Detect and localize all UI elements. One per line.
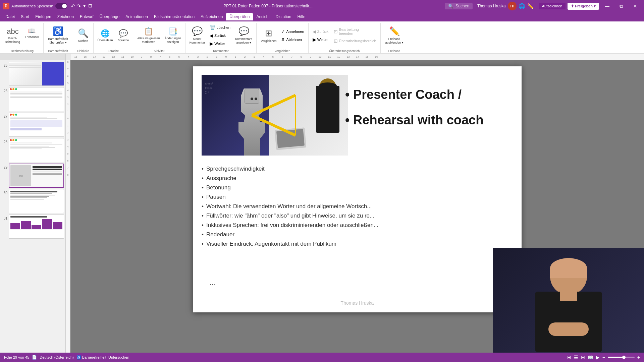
zoom-slider[interactable] [608, 357, 635, 358]
user-avatar[interactable]: TH [508, 2, 517, 10]
globe-icon[interactable]: 🌐 [519, 3, 525, 9]
svg-line-1 [252, 115, 296, 135]
menu-start[interactable]: Start [18, 13, 32, 20]
menu-zeichnen[interactable]: Zeichnen [55, 13, 76, 20]
slide-thumb-25[interactable]: 25 [1, 62, 64, 86]
ribbon-allesgelesen-btn[interactable]: 📋 Alles als gelesenmarkieren [135, 26, 162, 45]
slide-bullet-item-4: • Wortwahl: Die verwendeten Wörter und d… [202, 203, 513, 210]
menu-bildschirm[interactable]: Bildschirmpräsentation [151, 13, 197, 20]
ribbon-neuerkommentar-btn[interactable]: 💬 NeuerKommentar [187, 25, 207, 46]
new-comment-icon: 💬 [192, 26, 203, 37]
ribbon-barrierefreiheit-btn[interactable]: ♿ Barrierefreiheitüberprüfen ▾ [46, 25, 71, 46]
ribbon-rechtschreibung-btn[interactable]: abc Recht-schreibung [3, 26, 22, 45]
group-label-sprache: Sprache [108, 49, 119, 53]
ribbon-kommantareanzeigen-btn[interactable]: 💬 Kommentareanzeigen ▾ [233, 25, 255, 46]
restore-button[interactable]: ⧉ [615, 0, 627, 12]
menu-hilfe[interactable]: Hilfe [294, 13, 308, 20]
slide-thumb-26[interactable]: 26 [1, 87, 64, 111]
notes-icon[interactable]: 📄 [32, 355, 37, 360]
menu-bar: Datei Start Einfügen Zeichnen Entwurf Üb… [0, 12, 644, 21]
ribbon-ueberarbeitungsbereich-btn[interactable]: ⊡ Überarbeitungsbereich [332, 37, 378, 45]
bullet-dot-5: • [202, 213, 204, 219]
slide-thumb-28[interactable]: 28 [1, 138, 64, 162]
undo-button[interactable]: ↶ [71, 3, 75, 9]
slideshow-btn[interactable]: ▶ [596, 355, 600, 360]
spell-check-icon: abc [7, 27, 18, 36]
barrier-icon: ♿ [53, 26, 63, 37]
slide-thumb-30[interactable]: 30 [1, 189, 64, 213]
reading-view-btn[interactable]: 📖 [588, 355, 593, 360]
slide-image: E=mc²∫f(x)dx∑n² [202, 75, 348, 156]
slide-ellipsis: ... [210, 278, 216, 287]
more-button[interactable]: ▼ [82, 3, 87, 9]
search-icon: 🔍 [448, 4, 453, 9]
ribbon-weiter-btn[interactable]: ▶ Weiter [208, 40, 232, 47]
changes-icon: 📑 [168, 27, 177, 36]
language-label: Deutsch (Österreich) [40, 355, 73, 359]
minimize-button[interactable]: — [601, 0, 613, 12]
slide-bullet-item-2: • Betonung [202, 184, 513, 191]
pen-icon[interactable]: ✏️ [527, 3, 534, 9]
ribbon-bearbeitung-btn[interactable]: ⊡ Bearbeitungbeenden [332, 26, 378, 37]
ribbon-aenderungen-btn[interactable]: 📑 Änderungenanzeigen [163, 26, 183, 45]
app-logo: P [3, 3, 9, 9]
review-panel-icon: ⊡ [334, 38, 338, 44]
thesaurus-icon: 📖 [28, 27, 36, 35]
slide-bullet-item-8: • Visueller Eindruck: Augenkontakt mit d… [202, 241, 513, 247]
ribbon: abc Recht-schreibung 📖 Thesaurus Rechtsc… [0, 21, 644, 54]
menu-animationen[interactable]: Animationen [123, 13, 151, 20]
slide-thumb-31[interactable]: 31 [1, 215, 64, 239]
outline-view-btn[interactable]: ☰ [574, 355, 578, 360]
customize-button[interactable]: ⊡ [88, 3, 92, 9]
ribbon-freihand-btn[interactable]: ✏️ Freihandausblenden ▾ [383, 25, 406, 46]
ribbon-loeschen-btn[interactable]: 🗑️ Löschen [208, 24, 232, 31]
bullet-dot-2: • [202, 184, 204, 191]
normal-view-btn[interactable]: ⊞ [567, 355, 571, 360]
search-area[interactable]: 🔍 Suchen [445, 3, 473, 9]
ribbon-thesaurus-btn[interactable]: 📖 Thesaurus [23, 26, 41, 45]
auto-save-toggle[interactable] [55, 3, 67, 9]
slide-thumb-27[interactable]: 27 [1, 113, 64, 137]
record-button[interactable]: Aufzeichnen [539, 3, 566, 9]
menu-entwurf[interactable]: Entwurf [77, 13, 96, 20]
ribbon-uebersetzen-btn[interactable]: 🌐 Übersetzen [96, 28, 115, 43]
group-label-ueberarbeitungsbereich: Überarbeitungsbereich [329, 49, 360, 53]
slide-heading-2: • Rehearsal with coach [345, 112, 513, 128]
video-overlay [493, 248, 644, 353]
ribbon-sprache-btn[interactable]: 💬 Sprache [116, 28, 131, 43]
slide-num-28: 28 [1, 138, 7, 144]
slide-bullets: • Sprechgeschwindigkeit • Aussprache • B… [202, 166, 513, 250]
zoom-in-btn[interactable]: + [637, 355, 640, 360]
status-bar: Folie 29 von 45 📄 Deutsch (Österreich) ♿… [0, 353, 644, 362]
menu-dictation[interactable]: Dictation [273, 13, 294, 20]
redo-button[interactable]: ↷ [76, 3, 81, 9]
accessibility-label[interactable]: ♿ Barrierefreiheit: Untersuchen [76, 355, 129, 360]
ribbon-weiter2-btn[interactable]: ▶ Weiter [311, 36, 331, 43]
slide-thumb-29[interactable]: 29 img [1, 164, 64, 188]
menu-ueberprufen[interactable]: Überprüfen [226, 13, 253, 20]
ribbon-vergleichen-btn[interactable]: ⊞ Vergleichen [259, 27, 278, 44]
ribbon-zurueck2-btn[interactable]: ◀ Zurück [311, 28, 331, 35]
zoom-out-btn[interactable]: − [602, 355, 605, 360]
search-ribbon-icon: 🔍 [78, 28, 89, 39]
menu-datei[interactable]: Datei [3, 13, 17, 20]
search-placeholder: Suchen [455, 4, 469, 8]
title-filename: PPT 01 Roter Faden 007 - Präsentationste… [94, 4, 443, 8]
translate-icon: 🌐 [101, 29, 110, 38]
ribbon-group-rechtschreibung: abc Recht-schreibung 📖 Thesaurus Rechtsc… [1, 23, 44, 53]
menu-ansicht[interactable]: Ansicht [254, 13, 272, 20]
group-label-vergleichen: Vergleichen [275, 49, 290, 53]
ribbon-annehmen-btn[interactable]: ✓ Annehmen [279, 28, 306, 35]
slide-num-31: 31 [1, 215, 7, 220]
menu-uebergaenge[interactable]: Übergänge [97, 13, 122, 20]
ribbon-suchen-btn[interactable]: 🔍 Suchen [75, 27, 91, 44]
group-label-kommentar: Kommentar [213, 49, 229, 53]
ribbon-ablehnen-btn[interactable]: ✗ Ablehnen [279, 36, 306, 43]
share-button[interactable]: ⬆ Freigeben ▾ [568, 3, 599, 10]
close-button[interactable]: ✕ [629, 0, 641, 12]
slide-sorter-btn[interactable]: ⊟ [581, 355, 585, 360]
menu-aufzeichnen[interactable]: Aufzeichnen [198, 13, 225, 20]
ribbon-zurueck-btn[interactable]: ◀ Zurück [208, 32, 232, 39]
group-label-freihand: Freihand [388, 49, 400, 53]
menu-einfuegen[interactable]: Einfügen [33, 13, 54, 20]
